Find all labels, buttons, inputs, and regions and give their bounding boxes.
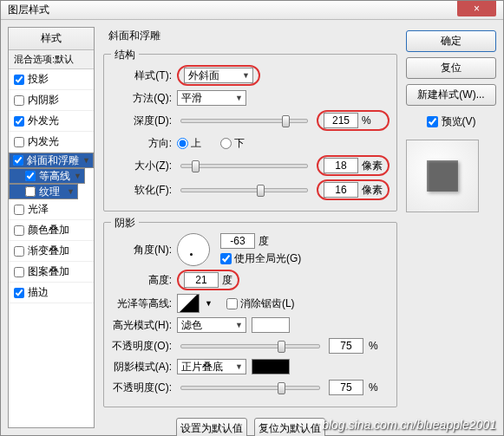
watermark: blog.sina.com.cn/blueapple2001	[322, 418, 496, 432]
blend-options-row[interactable]: 混合选项:默认	[9, 50, 94, 69]
gloss-label: 光泽等高线:	[111, 296, 172, 311]
window-title: 图层样式	[8, 3, 49, 17]
panel-title: 斜面和浮雕	[108, 29, 397, 43]
close-icon: ×	[474, 3, 480, 15]
style-item-satin[interactable]: 光泽	[9, 199, 94, 220]
style-item-innerg[interactable]: 内发光	[9, 132, 94, 153]
style-label-drop: 投影	[28, 72, 49, 87]
style-item-stroke[interactable]: 描边	[9, 283, 94, 303]
style-label-grad: 渐变叠加	[28, 244, 69, 258]
shadow-mode-select[interactable]: 正片叠底	[177, 359, 246, 374]
style-checkbox-pat[interactable]	[14, 267, 24, 277]
style-item-drop[interactable]: 投影	[9, 69, 94, 90]
size-input[interactable]: 18	[324, 158, 358, 173]
size-label: 大小(Z):	[111, 159, 172, 173]
direction-down-radio[interactable]: 下	[220, 136, 245, 151]
direction-up-radio[interactable]: 上	[177, 136, 201, 151]
angle-label: 角度(N):	[111, 243, 172, 257]
ok-button[interactable]: 确定	[406, 30, 496, 52]
soften-input[interactable]: 16	[324, 182, 358, 198]
angle-dial[interactable]	[177, 233, 210, 266]
action-column: 确定 复位 新建样式(W)... 预览(V)	[406, 27, 496, 428]
style-item-bevel[interactable]: 斜面和浮雕	[9, 153, 94, 168]
style-item-grad[interactable]: 渐变叠加	[9, 241, 94, 262]
soften-slider[interactable]	[180, 188, 308, 192]
altitude-input[interactable]: 21	[184, 272, 219, 288]
new-style-button[interactable]: 新建样式(W)...	[406, 84, 496, 106]
highlight-color-swatch[interactable]	[252, 317, 290, 333]
soften-label: 软化(F):	[111, 183, 172, 198]
style-item-color[interactable]: 颜色叠加	[9, 220, 94, 241]
cancel-button[interactable]: 复位	[406, 57, 496, 79]
style-checkbox-color[interactable]	[14, 225, 24, 236]
depth-label: 深度(D):	[111, 114, 172, 128]
depth-slider[interactable]	[180, 119, 308, 123]
style-checkbox-contour[interactable]	[25, 171, 36, 181]
close-button[interactable]: ×	[457, 1, 496, 16]
style-item-inner[interactable]: 内阴影	[9, 90, 94, 111]
style-checkbox-bevel[interactable]	[13, 155, 23, 166]
size-slider[interactable]	[180, 164, 308, 168]
structure-group: 结构 样式(T): 外斜面 方法(Q): 平滑 深度(D): 215 % 方向:	[103, 54, 397, 211]
style-list-header: 样式	[9, 28, 94, 50]
style-checkbox-innerg[interactable]	[14, 137, 24, 147]
altitude-label: 高度:	[111, 273, 172, 288]
reset-default-button[interactable]: 复位为默认值	[254, 418, 325, 436]
make-default-button[interactable]: 设置为默认值	[176, 418, 247, 436]
highlight-opacity-input[interactable]: 75	[329, 338, 363, 354]
style-checkbox-satin[interactable]	[14, 205, 24, 215]
shadow-color-swatch[interactable]	[252, 359, 290, 374]
highlight-opacity-slider[interactable]	[180, 344, 320, 348]
style-label-satin: 光泽	[28, 202, 49, 217]
style-label-inner: 内阴影	[28, 93, 59, 107]
style-label-stroke: 描边	[28, 285, 49, 300]
angle-input[interactable]: -63	[220, 233, 255, 249]
direction-label: 方向:	[111, 136, 172, 151]
style-label-contour: 等高线	[39, 169, 70, 184]
method-select[interactable]: 平滑	[177, 90, 246, 106]
style-label-texture: 纹理	[39, 185, 60, 199]
style-label-color: 颜色叠加	[28, 223, 69, 238]
style-item-pat[interactable]: 图案叠加	[9, 262, 94, 283]
highlight-opacity-label: 不透明度(O):	[111, 339, 172, 354]
shading-group: 阴影 角度(N): -63 度 使用全局光(G) 高度: 21 度	[103, 222, 397, 407]
depth-input[interactable]: 215	[324, 113, 358, 128]
title-bar: 图层样式 ×	[1, 1, 503, 20]
style-select[interactable]: 外斜面	[184, 68, 253, 83]
style-checkbox-texture[interactable]	[25, 186, 36, 197]
style-label-bevel: 斜面和浮雕	[27, 153, 79, 168]
style-checkbox-outer[interactable]	[14, 116, 24, 127]
style-label-outer: 外发光	[28, 114, 59, 128]
preview-checkbox[interactable]: 预览(V)	[406, 114, 496, 129]
shadow-mode-label: 阴影模式(A):	[111, 360, 172, 374]
style-checkbox-drop[interactable]	[14, 75, 24, 85]
style-item-contour[interactable]: 等高线	[9, 168, 85, 184]
chevron-down-icon[interactable]: ▼	[205, 299, 213, 308]
structure-title: 结构	[111, 48, 139, 62]
global-light-checkbox[interactable]: 使用全局光(G)	[220, 251, 301, 266]
style-item-outer[interactable]: 外发光	[9, 111, 94, 132]
settings-panel: 斜面和浮雕 结构 样式(T): 外斜面 方法(Q): 平滑 深度(D): 215…	[101, 27, 399, 428]
style-checkbox-inner[interactable]	[14, 95, 24, 106]
style-checkbox-grad[interactable]	[14, 246, 24, 257]
style-label: 样式(T):	[111, 68, 172, 83]
method-label: 方法(Q):	[111, 91, 172, 106]
style-label-innerg: 内发光	[28, 134, 59, 149]
shadow-opacity-label: 不透明度(C):	[111, 381, 172, 395]
style-checkbox-stroke[interactable]	[14, 288, 24, 298]
shadow-opacity-input[interactable]: 75	[329, 380, 363, 395]
style-list: 样式 混合选项:默认 投影内阴影外发光内发光斜面和浮雕等高线纹理光泽颜色叠加渐变…	[8, 27, 95, 428]
antialias-checkbox[interactable]: 消除锯齿(L)	[226, 296, 295, 311]
shadow-opacity-slider[interactable]	[180, 386, 320, 390]
style-item-texture[interactable]: 纹理	[9, 184, 78, 199]
style-label-pat: 图案叠加	[28, 264, 69, 279]
gloss-contour-picker[interactable]	[177, 294, 200, 313]
highlight-mode-select[interactable]: 滤色	[177, 317, 246, 333]
highlight-mode-label: 高光模式(H):	[111, 318, 172, 333]
shading-title: 阴影	[111, 216, 139, 231]
preview-swatch	[406, 140, 479, 212]
